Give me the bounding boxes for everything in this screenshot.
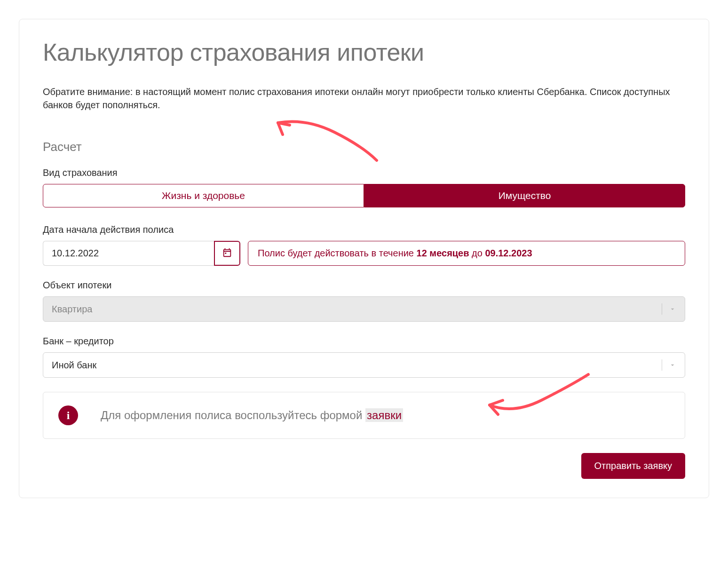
validity-prefix: Полис будет действовать в течение (258, 248, 417, 258)
policy-date-row: Полис будет действовать в течение 12 мес… (43, 241, 685, 266)
info-banner: i Для оформления полиса воспользуйтесь ф… (43, 392, 685, 439)
chevron-down-icon (662, 359, 676, 371)
info-banner-text: Для оформления полиса воспользуйтесь фор… (101, 409, 403, 422)
validity-end-date: 09.12.2023 (485, 248, 532, 258)
bank-label: Банк – кредитор (43, 336, 685, 347)
policy-validity-box: Полис будет действовать в течение 12 мес… (248, 241, 685, 266)
chevron-down-icon (662, 303, 676, 315)
submit-row: Отправить заявку (43, 453, 685, 479)
page-title: Калькулятор страхования ипотеки (43, 38, 685, 66)
calculator-card: Калькулятор страхования ипотеки Обратите… (19, 19, 709, 498)
submit-button[interactable]: Отправить заявку (581, 453, 685, 479)
mortgage-object-value: Квартира (52, 304, 92, 315)
section-heading: Расчет (43, 140, 685, 154)
mortgage-object-label: Объект ипотеки (43, 280, 685, 291)
bank-value: Иной банк (52, 360, 96, 371)
policy-date-label: Дата начала действия полиса (43, 224, 685, 235)
notice-text: Обратите внимание: в настоящий момент по… (43, 85, 685, 111)
insurance-type-segmented: Жизнь и здоровье Имущество (43, 184, 685, 207)
date-picker-button[interactable] (214, 241, 240, 266)
bank-select[interactable]: Иной банк (43, 352, 685, 378)
validity-middle: до (469, 248, 485, 258)
insurance-type-label: Вид страхования (43, 167, 685, 178)
date-input-group (43, 241, 240, 266)
validity-duration: 12 месяцев (417, 248, 469, 258)
calendar-icon (222, 247, 232, 259)
policy-date-input[interactable] (43, 241, 214, 266)
info-application-link[interactable]: заявки (365, 408, 403, 422)
segment-property[interactable]: Имущество (364, 184, 685, 207)
info-text-prefix: Для оформления полиса воспользуйтесь фор… (101, 409, 365, 421)
mortgage-object-select: Квартира (43, 296, 685, 322)
segment-life-health[interactable]: Жизнь и здоровье (43, 184, 364, 207)
info-icon: i (58, 405, 78, 425)
